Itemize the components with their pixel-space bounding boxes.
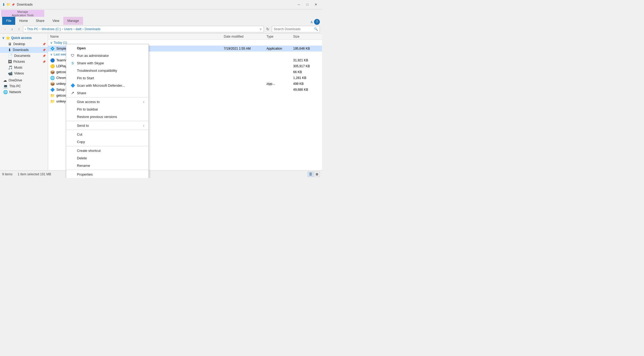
sidebar-item-documents[interactable]: 📄 Documents 📌: [0, 53, 48, 59]
path-dropdown-arrow[interactable]: ∨: [260, 27, 262, 31]
sidebar-item-onedrive[interactable]: ☁ OneDrive: [0, 77, 48, 83]
file-icon-unikey2: 📁: [50, 99, 55, 104]
ctx-item-pinstart[interactable]: Pin to Start: [66, 74, 148, 82]
file-icon-setupfplus: 🔷: [50, 88, 55, 92]
tiles-view-btn[interactable]: ⊞: [314, 172, 320, 177]
ctx-item-troubleshoot[interactable]: Troubleshoot compatibility: [66, 67, 148, 74]
file-type-facebook: Application: [266, 47, 293, 50]
sidebar-item-label-music: Music: [14, 66, 22, 69]
ctx-item-rename[interactable]: Rename: [66, 162, 148, 169]
section-today-chevron[interactable]: ∨: [50, 41, 53, 45]
ctx-label-sendto: Send to: [77, 124, 89, 128]
file-icon-unikey1: 📦: [50, 82, 55, 86]
close-button[interactable]: ✕: [312, 1, 320, 8]
context-menu: Open 🛡 Run as administrator S Share with…: [66, 44, 149, 178]
ctx-sep4: [66, 146, 148, 146]
ctx-item-giveaccess[interactable]: Give access to ›: [66, 98, 148, 105]
sidebar-item-videos[interactable]: 📹 Videos: [0, 70, 48, 76]
ctx-label-open: Open: [77, 46, 86, 50]
ctx-item-delete[interactable]: Delete: [66, 154, 148, 162]
minimize-button[interactable]: ─: [295, 1, 303, 8]
file-icon-getcookie2: 📁: [50, 93, 55, 98]
sidebar-item-desktop[interactable]: 🖥 Desktop 📌: [0, 41, 48, 47]
chevron-down-icon: ∨: [2, 36, 5, 40]
path-arrow: ›: [25, 27, 26, 31]
ctx-item-cut[interactable]: Cut: [66, 130, 148, 138]
ctx-sep3: [66, 130, 148, 130]
ctx-sep2: [66, 121, 148, 121]
quickaccess-label: Quick access: [11, 36, 32, 40]
file-size-setupfplus: 49,686 KB: [293, 88, 320, 92]
refresh-button[interactable]: ↻: [265, 26, 271, 32]
title-bar: ⬇ 📁 📌 Downloads ─ □ ✕: [0, 0, 322, 9]
file-type-unikey1: zipp...: [266, 82, 293, 86]
col-date[interactable]: Date modified: [224, 35, 266, 38]
sidebar-item-music[interactable]: 🎵 Music: [0, 65, 48, 70]
path-windows[interactable]: Windows (C:): [42, 27, 61, 31]
sidebar: ∨ ⭐ Quick access 🖥 Desktop 📌 ⬇ Downloads…: [0, 34, 48, 170]
search-box[interactable]: 🔍: [272, 26, 320, 32]
ctx-copy-icon: [70, 140, 75, 144]
ctx-item-properties[interactable]: Properties: [66, 171, 148, 178]
section-today-label: Today (1): [54, 41, 67, 45]
file-header: Name Date modified Type Size: [48, 34, 322, 40]
sidebar-item-label-videos: Videos: [14, 72, 24, 75]
ctx-item-open[interactable]: Open: [66, 44, 148, 52]
sidebar-item-downloads[interactable]: ⬇ Downloads 📌: [0, 47, 48, 53]
col-size[interactable]: Size: [293, 35, 320, 38]
tab-home[interactable]: Home: [15, 17, 32, 25]
path-dailt[interactable]: dailt: [76, 27, 81, 31]
file-size-chrome: 1,281 KB: [293, 76, 320, 80]
sidebar-item-label-desktop: Desktop: [13, 42, 25, 46]
documents-icon: 📄: [8, 54, 13, 58]
title-bar-left: ⬇ 📁 📌 Downloads: [2, 2, 33, 7]
details-view-btn[interactable]: ☰: [308, 172, 313, 177]
ctx-item-createshortcut[interactable]: Create shortcut: [66, 147, 148, 154]
ctx-share-icon: ↗: [70, 91, 75, 95]
maximize-button[interactable]: □: [303, 1, 311, 8]
back-button[interactable]: ‹: [2, 26, 8, 32]
path-downloads[interactable]: Downloads: [85, 27, 100, 31]
ctx-item-restore[interactable]: Restore previous versions: [66, 113, 148, 120]
sidebar-item-pictures[interactable]: 🖼 Pictures 📌: [0, 59, 48, 65]
section-lastweek-chevron[interactable]: ∨: [50, 53, 53, 56]
ctx-item-defender[interactable]: 🔷 Scan with Microsoft Defender...: [66, 82, 148, 89]
ribbon-collapse-btn[interactable]: ∧: [310, 20, 313, 24]
search-input[interactable]: [274, 27, 311, 31]
tab-file[interactable]: File: [2, 17, 15, 25]
tab-view[interactable]: View: [48, 17, 63, 25]
ctx-rename-icon: [70, 163, 75, 168]
small-folder-icon: 📁: [6, 3, 10, 6]
ctx-item-pintaskbar[interactable]: Pin to taskbar: [66, 105, 148, 113]
sidebar-item-label-documents: Documents: [14, 54, 30, 58]
sidebar-item-thispc[interactable]: 💻 This PC: [0, 83, 48, 89]
sidebar-item-network[interactable]: 🌐 Network: [0, 89, 48, 95]
up-button[interactable]: ↑: [16, 26, 22, 32]
pictures-icon: 🖼: [8, 60, 12, 64]
path-sep2: ›: [62, 27, 63, 31]
ctx-item-sendto[interactable]: Send to ›: [66, 122, 148, 129]
desktop-icon: 🖥: [8, 42, 12, 46]
path-thispc[interactable]: This PC: [27, 27, 38, 31]
forward-button[interactable]: ›: [9, 26, 15, 32]
ctx-item-copy[interactable]: Copy: [66, 138, 148, 145]
col-type[interactable]: Type: [266, 35, 293, 38]
file-icon-ldplayer: 🟡: [50, 64, 55, 68]
path-users[interactable]: Users: [64, 27, 72, 31]
sidebar-section-quickaccess[interactable]: ∨ ⭐ Quick access: [0, 35, 48, 41]
view-controls: ☰ ⊞: [308, 172, 320, 177]
col-name[interactable]: Name: [50, 35, 224, 38]
ctx-skype-icon: S: [70, 61, 75, 65]
address-path[interactable]: › This PC › Windows (C:) › Users › dailt…: [23, 26, 264, 32]
ctx-sendto-icon: [70, 123, 75, 128]
file-icon-teamviewer: 🔵: [50, 58, 55, 62]
tab-manage[interactable]: Manage: [63, 17, 83, 25]
downloads-icon: ⬇: [8, 48, 11, 52]
ctx-item-skype[interactable]: S Share with Skype: [66, 59, 148, 67]
ctx-label-defender: Scan with Microsoft Defender...: [77, 84, 125, 88]
ctx-item-share[interactable]: ↗ Share: [66, 89, 148, 97]
tab-share[interactable]: Share: [32, 17, 48, 25]
ctx-item-runas[interactable]: 🛡 Run as administrator: [66, 52, 148, 59]
help-button[interactable]: ?: [314, 19, 320, 25]
manage-group: Manage Application Tools: [1, 10, 44, 17]
